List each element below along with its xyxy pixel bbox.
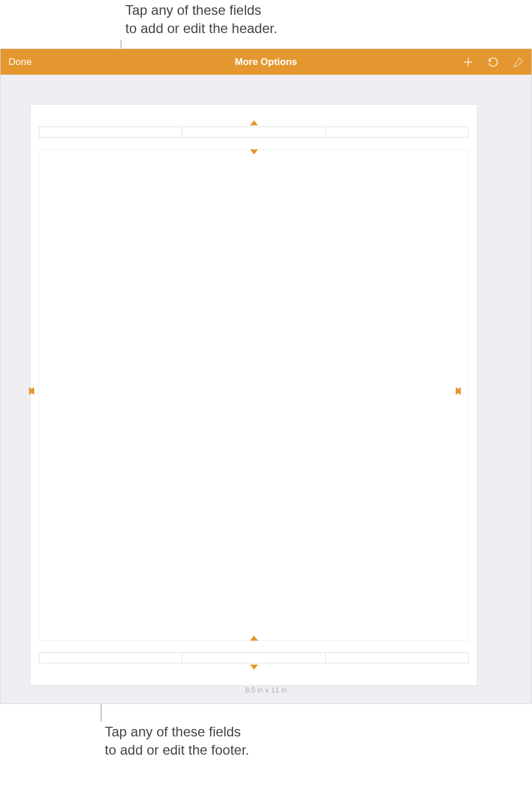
document-canvas: 8.5 in x 11 in bbox=[1, 75, 531, 703]
brush-icon[interactable] bbox=[511, 55, 526, 70]
callout-header: Tap any of these fields to add or edit t… bbox=[125, 1, 277, 38]
footer-field-center[interactable] bbox=[182, 653, 325, 663]
body-bottom-margin-handle[interactable] bbox=[250, 636, 258, 641]
footer-field-right[interactable] bbox=[326, 653, 468, 663]
page-dimensions-label: 8.5 in x 11 in bbox=[1, 686, 531, 694]
toolbar-right-group bbox=[461, 49, 526, 75]
footer-bottom-margin-handle[interactable] bbox=[250, 665, 258, 670]
header-top-margin-handle[interactable] bbox=[250, 120, 258, 125]
header-field-right[interactable] bbox=[326, 127, 468, 137]
toolbar: Done More Options bbox=[1, 49, 531, 75]
footer-field-row bbox=[39, 652, 469, 663]
document-body[interactable] bbox=[39, 149, 469, 641]
app-window: Done More Options bbox=[0, 48, 532, 704]
body-top-margin-handle[interactable] bbox=[250, 149, 258, 154]
callout-footer: Tap any of these fields to add or edit t… bbox=[105, 723, 249, 760]
header-field-center[interactable] bbox=[182, 127, 325, 137]
page-sheet bbox=[30, 104, 477, 686]
header-field-left[interactable] bbox=[39, 127, 182, 137]
toolbar-title: More Options bbox=[1, 56, 531, 68]
add-icon[interactable] bbox=[461, 55, 476, 70]
header-field-row bbox=[39, 127, 469, 138]
footer-field-left[interactable] bbox=[39, 653, 182, 663]
undo-icon[interactable] bbox=[486, 55, 501, 70]
